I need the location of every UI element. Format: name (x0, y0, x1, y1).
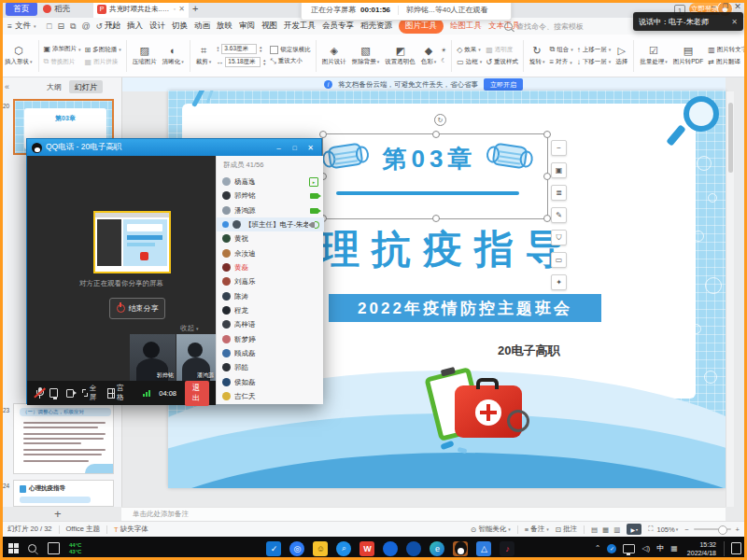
menu-start[interactable]: 开始 (105, 21, 120, 32)
fit-slide-icon[interactable]: ⛶ (648, 525, 653, 534)
undo-icon[interactable]: ↺ (96, 21, 104, 31)
menu-slideshow[interactable]: 放映 (217, 21, 233, 32)
tab-home[interactable]: 首页 (6, 2, 37, 16)
height-field[interactable]: ↕3.63厘米▲▼ (214, 44, 268, 54)
member-row[interactable]: 黄磊 (217, 260, 324, 274)
exit-call-button[interactable]: 退出 (185, 381, 209, 406)
new-tab-button[interactable]: + (192, 3, 198, 14)
hint-icon[interactable]: ✦ (551, 274, 567, 290)
end-share-button[interactable]: 结束分享 (109, 298, 165, 319)
theme-name[interactable]: Office 主题 (66, 525, 101, 534)
height-stepper[interactable]: ▲▼ (259, 46, 262, 53)
notes-button[interactable]: ≡ 备注▾ (525, 525, 549, 534)
close-toast-icon[interactable]: ✕ (731, 18, 738, 26)
taskbar-edge-icon[interactable]: e (430, 541, 444, 556)
menu-design[interactable]: 设计 (149, 21, 165, 32)
reset-size-button[interactable]: ⤡重设大小 (268, 57, 313, 66)
taskbar-app-icon[interactable] (406, 541, 421, 556)
mail-icon[interactable]: @ (81, 21, 90, 31)
menu-docer-res[interactable]: 稻壳资源 (360, 21, 392, 32)
menu-devtools[interactable]: 开发工具 (284, 21, 316, 32)
microphone-muted-icon[interactable] (34, 386, 41, 399)
layout-icon[interactable]: ▣ (551, 162, 567, 178)
missing-font-label[interactable]: 缺失字体 (120, 525, 148, 534)
close-icon[interactable]: ✕ (732, 2, 743, 11)
slide-class-name[interactable]: 20电子高职 (498, 343, 559, 359)
taskbar-app-icon[interactable]: △ (476, 541, 491, 556)
tray-expand-icon[interactable]: ⌃ (595, 544, 601, 553)
remove-background-button[interactable]: ▧ 抠除背景▾ (349, 46, 383, 66)
member-row-speaking[interactable]: 【班主任】电子-朱老师 (217, 217, 324, 231)
notification-center-icon[interactable] (731, 542, 741, 554)
tab-outline[interactable]: 大纲 (47, 82, 62, 92)
qq-maximize-icon[interactable]: □ (289, 145, 301, 151)
normal-view-icon[interactable]: ▤ (591, 525, 598, 534)
rotate-button[interactable]: ↻ 旋转▾ (527, 46, 548, 66)
zoom-slider[interactable] (694, 528, 731, 530)
rotate-handle[interactable]: ↻ (434, 114, 446, 126)
menu-animation[interactable]: 动画 (194, 21, 210, 32)
start-button[interactable] (8, 543, 19, 553)
taskbar-qq-icon-active[interactable] (453, 541, 468, 556)
menu-member[interactable]: 会员专享 (322, 21, 354, 32)
member-row[interactable]: 杨嘉逸 ▸ (217, 175, 324, 189)
tray-keyboard-icon[interactable]: ▦ (670, 544, 678, 553)
beautify-button[interactable]: ⊙ 智能美化▾ (471, 525, 511, 534)
member-row[interactable]: 潘鸿源 (217, 203, 324, 217)
slide-23-thumbnail[interactable]: （一）调整心态，积极应对 (13, 403, 114, 474)
qq-call-window[interactable]: QQ电话 - 20电子高职 – □ ✕ 对方正在观看你分享的屏幕 结束分享 收起… (26, 138, 322, 404)
width-field[interactable]: ↔15.18厘米▲▼ (214, 57, 268, 67)
tab-docer[interactable]: 稻壳 (43, 2, 70, 16)
pen-icon[interactable]: ✎ (551, 207, 567, 223)
member-row[interactable]: 刘嘉乐 (217, 274, 324, 288)
menu-review[interactable]: 审阅 (239, 21, 255, 32)
new-doc-icon[interactable]: □ (47, 21, 51, 31)
crop-button[interactable]: ⌗ 裁剪▾ (193, 46, 215, 66)
transparent-color-button[interactable]: ◩设置透明色 (382, 46, 418, 66)
batch-process-button[interactable]: ☑ 批量处理▾ (637, 46, 670, 66)
scrollbar-thumb[interactable] (728, 103, 733, 173)
picture-design-button[interactable]: ◈图片设计 (319, 46, 349, 66)
menu-view[interactable]: 视图 (261, 21, 277, 32)
brightness-down-button[interactable]: ☾ (439, 57, 448, 64)
tab-document[interactable]: P 共克时艰共赴未...班会PPT课件 ◦ ✕ (93, 0, 189, 18)
layers-icon[interactable]: ≣ (551, 185, 567, 201)
tab-drawing-tools[interactable]: 绘图工具 (450, 21, 482, 32)
tray-clock[interactable]: 15:322022/4/18 (687, 540, 716, 557)
slide-banner[interactable]: 2022年疫情防控主题班会 (329, 294, 601, 322)
picture-to-text-button[interactable]: ▥图片转文字 (706, 46, 747, 54)
replace-picture-button[interactable]: ⧉替换图片 (42, 57, 83, 66)
border-button[interactable]: ▭边框▾ (455, 58, 484, 66)
minimize-icon[interactable]: – (708, 2, 719, 11)
lock-ratio-checkbox[interactable]: 锁定纵横比 (268, 46, 313, 54)
tray-volume-icon[interactable]: ◁) (641, 544, 650, 553)
task-view-icon[interactable] (48, 542, 60, 554)
qq-titlebar[interactable]: QQ电话 - 20电子高职 – □ ✕ (27, 139, 321, 156)
qq-minimize-icon[interactable]: – (273, 144, 285, 152)
frame-icon[interactable]: ▭ (551, 252, 567, 268)
width-stepper[interactable]: ▲▼ (262, 59, 266, 66)
taskbar-app-icon[interactable]: ☺ (313, 541, 328, 556)
zoom-knob[interactable] (718, 525, 727, 535)
reset-style-button[interactable]: ↺重设样式 (484, 58, 520, 66)
enable-backup-button[interactable]: 立即开启 (484, 78, 523, 91)
collapse-tools-icon[interactable]: − (551, 140, 567, 156)
width-value[interactable]: 15.18厘米 (225, 57, 261, 67)
video-tile[interactable]: 郭烨铭 (130, 334, 176, 381)
insert-shape-button[interactable]: ⬡ 插入形状▾ (2, 46, 35, 66)
brightness-up-button[interactable]: ☀ (439, 47, 448, 54)
show-desktop-button[interactable] (724, 541, 729, 556)
member-row[interactable]: 郭皓 (217, 360, 324, 374)
taskbar-app-icon[interactable]: ◎ (289, 541, 304, 556)
taskbar-app-icon[interactable] (383, 541, 398, 556)
member-row[interactable]: 顾成磊 (217, 346, 324, 360)
fullscreen-button[interactable]: 全屏 (82, 384, 99, 402)
command-search[interactable]: 查找命令、搜索模板 (504, 18, 584, 35)
member-row[interactable]: 郭烨铭 (217, 189, 324, 203)
member-row[interactable]: 黄祝 (217, 231, 324, 245)
opacity-button[interactable]: ▩透明度 (484, 46, 520, 54)
tab-slides[interactable]: 幻灯片 (69, 80, 103, 93)
taskbar-wps-icon[interactable]: W (359, 541, 374, 556)
taskbar-app-icon[interactable]: ✓ (266, 541, 281, 556)
menu-transition[interactable]: 切换 (172, 21, 188, 32)
